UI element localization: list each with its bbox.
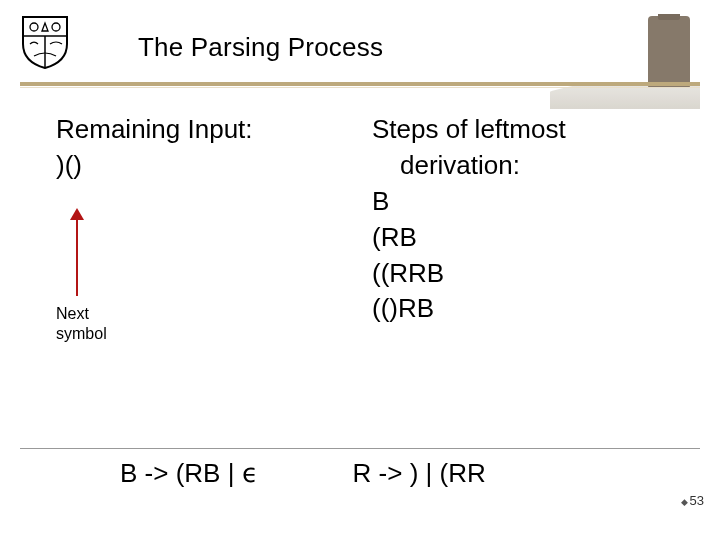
next-symbol-line1: Next [56,305,89,322]
derivation-step: (()RB [372,291,684,327]
left-column: Remaining Input: )() [56,112,370,458]
steps-label-line1: Steps of leftmost [372,112,684,148]
derivation-step: ((RRB [372,256,684,292]
derivation-step: (RB [372,220,684,256]
slide: The Parsing Process Remaining Input: )()… [0,0,720,540]
grammar-row: B -> (RB | ϵ R -> ) | (RR [20,458,700,489]
body: Remaining Input: )() Steps of leftmost d… [56,112,684,458]
next-symbol-label: Next symbol [56,304,107,344]
arrow-line [76,210,78,296]
header-divider [20,82,700,88]
remaining-input-label: Remaining Input: [56,112,370,148]
grammar-rule-r: R -> ) | (RR [353,458,486,489]
page-number: ◆53 [681,493,704,508]
page-number-value: 53 [690,493,704,508]
header: The Parsing Process [0,14,720,76]
bullet-icon: ◆ [681,497,688,507]
university-logo [20,14,70,70]
slide-title: The Parsing Process [138,32,383,63]
grammar-rule-b: B -> (RB | ϵ [120,458,258,489]
shield-icon [20,14,70,70]
next-symbol-arrow [70,210,100,280]
footer-divider [20,448,700,449]
right-column: Steps of leftmost derivation: B (RB ((RR… [370,112,684,458]
footer: B -> (RB | ϵ R -> ) | (RR [20,448,700,500]
steps-label-line2: derivation: [372,148,684,184]
next-symbol-line2: symbol [56,325,107,342]
remaining-input-value: )() [56,148,370,184]
watermark-image [550,14,700,109]
derivation-step: B [372,184,684,220]
